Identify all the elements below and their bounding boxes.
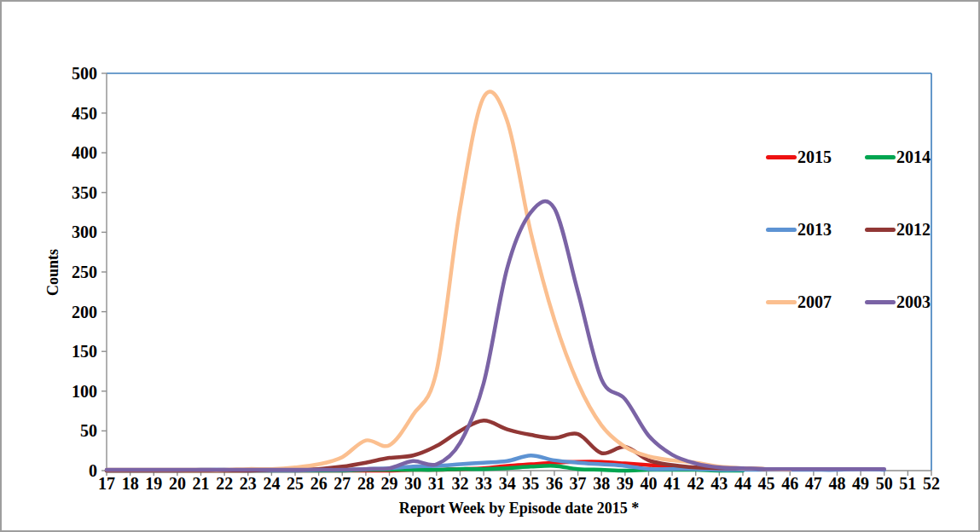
legend-swatch-icon — [865, 155, 896, 159]
x-tick-label: 40 — [635, 475, 661, 492]
legend-entry-2013: 2013 — [766, 219, 865, 240]
x-tick-label: 22 — [212, 475, 237, 492]
x-tick-label: 41 — [659, 475, 685, 492]
x-tick-label: 39 — [612, 475, 638, 492]
legend-label: 2013 — [797, 219, 832, 240]
y-tick-label: 100 — [53, 383, 97, 400]
legend-entry-2003: 2003 — [865, 292, 964, 313]
legend-swatch-icon — [766, 155, 797, 159]
legend-entry-2007: 2007 — [766, 292, 865, 313]
x-tick-label: 30 — [400, 475, 426, 492]
x-tick-label: 44 — [730, 475, 756, 492]
x-tick-label: 24 — [258, 475, 284, 492]
x-tick-label: 21 — [188, 475, 214, 492]
legend-swatch-icon — [766, 228, 797, 232]
x-tick-label: 28 — [353, 475, 379, 492]
x-tick-label: 33 — [471, 475, 496, 492]
x-tick-label: 47 — [801, 475, 826, 492]
legend-swatch-icon — [766, 300, 797, 304]
x-tick-label: 34 — [495, 475, 520, 492]
x-tick-label: 18 — [118, 475, 143, 492]
y-tick-label: 50 — [53, 422, 97, 439]
legend-entry-2012: 2012 — [865, 219, 964, 240]
x-tick-label: 35 — [518, 475, 543, 492]
x-tick-label: 25 — [282, 475, 308, 492]
x-tick-label: 26 — [306, 475, 332, 492]
legend-label: 2003 — [896, 292, 931, 313]
x-tick-label: 29 — [377, 475, 403, 492]
x-tick-label: 52 — [919, 475, 944, 492]
x-tick-label: 37 — [565, 475, 591, 492]
legend-label: 2012 — [896, 219, 931, 240]
x-tick-label: 32 — [447, 475, 473, 492]
x-tick-label: 38 — [589, 475, 614, 492]
chart-legend: 201520142013201220072003 — [766, 147, 964, 364]
legend-entry-2015: 2015 — [766, 147, 865, 168]
x-tick-label: 20 — [165, 475, 190, 492]
y-tick-label: 450 — [53, 105, 97, 122]
chart-figure: Counts Report Week by Episode date 2015 … — [0, 0, 980, 532]
x-axis-title: Report Week by Episode date 2015 * — [107, 500, 931, 518]
y-tick-label: 250 — [53, 263, 97, 280]
legend-label: 2015 — [797, 147, 832, 168]
y-tick-label: 500 — [53, 65, 97, 82]
x-tick-label: 49 — [848, 475, 873, 492]
y-tick-label: 400 — [53, 144, 97, 161]
y-tick-label: 300 — [53, 223, 97, 240]
y-tick-label: 0 — [53, 462, 97, 479]
x-tick-label: 23 — [235, 475, 261, 492]
legend-swatch-icon — [865, 300, 896, 304]
x-tick-label: 51 — [895, 475, 920, 492]
legend-label: 2007 — [797, 292, 832, 313]
x-tick-label: 19 — [141, 475, 166, 492]
x-tick-label: 43 — [706, 475, 732, 492]
x-tick-label: 42 — [683, 475, 709, 492]
legend-entry-2014: 2014 — [865, 147, 964, 168]
x-tick-label: 27 — [329, 475, 355, 492]
x-tick-label: 45 — [754, 475, 780, 492]
x-tick-label: 36 — [542, 475, 567, 492]
legend-swatch-icon — [865, 228, 896, 232]
y-tick-label: 350 — [53, 184, 97, 201]
x-tick-label: 31 — [424, 475, 449, 492]
x-tick-label: 17 — [94, 475, 119, 492]
y-tick-label: 150 — [53, 343, 97, 360]
y-tick-label: 200 — [53, 304, 97, 321]
legend-label: 2014 — [896, 147, 931, 168]
x-tick-label: 48 — [824, 475, 850, 492]
x-tick-label: 46 — [777, 475, 803, 492]
series-line-2007 — [107, 91, 790, 470]
x-tick-label: 50 — [872, 475, 897, 492]
